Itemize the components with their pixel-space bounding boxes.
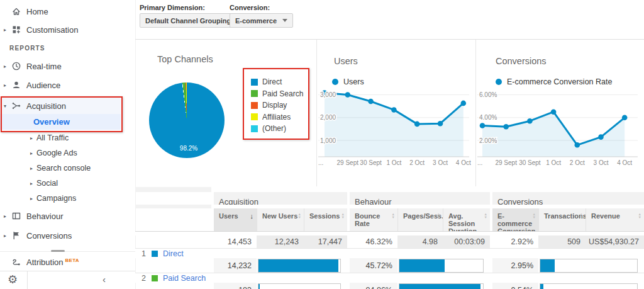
sort-toggle-icon[interactable]: ▲▼ xyxy=(298,213,301,218)
bar-fill xyxy=(399,284,480,289)
metric-value-cell: 2.95% xyxy=(492,258,538,273)
sidebar-item-overview[interactable]: Overview xyxy=(0,114,121,130)
svg-text:...: ... xyxy=(318,159,323,166)
metric-value-cell: 84.86% xyxy=(350,283,397,289)
analytics-screen: ⚙ ‹ Home▸CustomisationREPORTS▸Real-time▸… xyxy=(0,0,644,289)
sort-descending-icon[interactable]: ↓ xyxy=(250,212,254,220)
column-header-avg-session-duration[interactable]: Avg. Session Duration▲▼ xyxy=(443,208,490,231)
sidebar-item-conversions[interactable]: ▸Conversions xyxy=(0,227,135,244)
sidebar-item-realtime[interactable]: ▸Real-time xyxy=(0,58,135,74)
pie-legend-label: (Other) xyxy=(262,124,286,133)
sidebar-item-social[interactable]: ▸Social xyxy=(0,176,135,190)
beta-badge: BETA xyxy=(65,258,79,263)
totals-value-cell: 17,447 xyxy=(304,235,347,248)
column-header-users[interactable]: Users↓ xyxy=(214,208,257,231)
column-header-new-users[interactable]: New Users▲▼ xyxy=(257,208,304,231)
channel-header-cell xyxy=(135,187,211,192)
chevron-right-icon[interactable]: ▸ xyxy=(4,213,6,219)
totals-value-cell: 4.98 xyxy=(397,235,443,248)
legend-dot-icon xyxy=(496,79,502,85)
column-header-sessions[interactable]: Sessions▲▼ xyxy=(304,208,347,231)
metric-value-cell: 0.54% xyxy=(492,283,538,289)
sidebar-item-search-console[interactable]: ▸Search console xyxy=(0,161,135,175)
chevron-right-icon[interactable]: ▸ xyxy=(4,27,6,33)
channel-link[interactable]: Paid Search xyxy=(163,274,206,283)
table-row-paid-search: 2Paid Search18384.86%0.54% xyxy=(135,273,644,289)
pie-legend-item[interactable]: (Other) xyxy=(251,123,303,135)
column-header-pages-sess-[interactable]: Pages/Sess...▲▼ xyxy=(397,208,443,231)
column-gutter xyxy=(490,273,492,283)
conversions-line-chart[interactable]: 2.00%4.00%6.00%...29 Sept30 Sept1 Oct2 O… xyxy=(476,89,644,172)
sort-toggle-icon[interactable]: ▲▼ xyxy=(437,213,440,218)
main-content: Primary Dimension: Default Channel Group… xyxy=(135,0,644,289)
sidebar-item-google-ads[interactable]: ▸Google Ads xyxy=(0,146,135,160)
chevron-down-icon[interactable]: ▾ xyxy=(4,103,6,109)
bar-track xyxy=(540,259,638,273)
conversions-legend[interactable]: E-commerce Conversion Rate xyxy=(496,77,612,86)
home-icon xyxy=(11,6,21,16)
sort-toggle-icon[interactable]: ▲▼ xyxy=(392,213,395,218)
pie-legend-item[interactable]: Direct xyxy=(251,76,303,88)
chevron-right-icon[interactable]: ▸ xyxy=(4,64,6,69)
column-header-transactions[interactable]: Transactions▲▼ xyxy=(538,208,586,231)
sidebar-item-label: AttributionBETA xyxy=(26,258,79,267)
sort-toggle-icon[interactable]: ▲▼ xyxy=(341,213,345,218)
sidebar-item-campaigns[interactable]: ▸Campaigns xyxy=(0,191,135,205)
users-legend[interactable]: Users xyxy=(332,77,364,86)
collapse-sidebar-icon[interactable]: ‹ xyxy=(103,274,106,285)
pie-legend-label: Paid Search xyxy=(262,89,303,98)
sidebar-item-behaviour[interactable]: ▸Behaviour xyxy=(0,208,135,224)
pie-legend-item[interactable]: Display xyxy=(251,99,303,111)
metric-bar-cell xyxy=(397,283,490,289)
chevron-right-icon[interactable]: ▸ xyxy=(30,150,33,156)
conversions-panel: Conversions E-commerce Conversion Rate 2… xyxy=(475,40,644,186)
sidebar-item-all-traffic[interactable]: ▸All Traffic xyxy=(0,131,135,145)
column-header-bounce-rate[interactable]: Bounce Rate▲▼ xyxy=(350,208,397,231)
sidebar-item-acquisition[interactable]: ▾Acquisition xyxy=(0,98,121,114)
sidebar-item-audience[interactable]: ▸Audience xyxy=(0,77,135,93)
channel-link[interactable]: Direct xyxy=(163,249,184,258)
svg-text:2 Oct: 2 Oct xyxy=(409,159,425,166)
column-header-revenue[interactable]: Revenue▲▼ xyxy=(586,208,644,231)
gear-icon[interactable]: ⚙ xyxy=(8,273,18,286)
pie-legend-item[interactable]: Paid Search xyxy=(251,88,303,100)
flag-icon xyxy=(11,230,21,241)
sort-toggle-icon[interactable]: ▲▼ xyxy=(580,213,583,218)
sort-toggle-icon[interactable]: ▲▼ xyxy=(484,213,487,218)
metric-bar-cell xyxy=(257,283,347,289)
sidebar-item-attribution[interactable]: AttributionBETA xyxy=(0,254,135,271)
sort-toggle-icon[interactable]: ▲▼ xyxy=(533,213,536,218)
conversion-dropdown[interactable]: E-commerce xyxy=(230,13,293,28)
table-group-header-row: AcquisitionBehaviourConversions xyxy=(135,187,644,205)
bar-track xyxy=(399,259,484,273)
svg-text:...: ... xyxy=(477,159,482,166)
metric-bar-cell xyxy=(538,283,644,289)
chevron-right-icon[interactable]: ▸ xyxy=(4,82,6,88)
chevron-right-icon[interactable]: ▸ xyxy=(30,135,33,141)
sidebar-item-home[interactable]: Home xyxy=(0,3,135,20)
pie-legend-item[interactable]: Affiliates xyxy=(251,111,303,123)
chevron-right-icon[interactable]: ▸ xyxy=(30,196,33,201)
chevron-right-icon[interactable]: ▸ xyxy=(30,181,33,186)
sort-toggle-icon[interactable]: ▲▼ xyxy=(638,213,641,218)
chevron-down-icon xyxy=(282,19,287,22)
users-panel: Users Users 1,0002,0003,000...29 Sept30 … xyxy=(316,40,475,186)
chevron-right-icon[interactable]: ▸ xyxy=(30,166,33,171)
attribution-icon xyxy=(11,258,21,268)
svg-text:3 Oct: 3 Oct xyxy=(433,159,448,166)
channel-header-cell xyxy=(135,205,211,208)
column-header-e-commerce-conversion-rate[interactable]: E-commerce Conversion Rate▲▼ xyxy=(492,208,538,231)
legend-swatch-icon xyxy=(251,113,258,120)
bar-track xyxy=(258,259,341,273)
bar-fill xyxy=(399,259,445,272)
chevron-right-icon[interactable]: ▸ xyxy=(4,233,6,239)
users-legend-label: Users xyxy=(343,77,364,86)
primary-dimension-value: Default Channel Grouping xyxy=(145,17,231,25)
pie-legend-label: Display xyxy=(262,101,287,110)
sidebar-item-customisation[interactable]: ▸Customisation xyxy=(0,21,135,38)
pie-legend: DirectPaid SearchDisplayAffiliates(Other… xyxy=(251,76,303,135)
metric-value-cell: 14,232 xyxy=(214,258,257,273)
users-line-chart[interactable]: 1,0002,0003,000...29 Sept30 Sept1 Oct2 O… xyxy=(317,89,475,172)
legend-swatch-icon xyxy=(251,125,258,132)
sidebar-divider xyxy=(0,251,135,252)
